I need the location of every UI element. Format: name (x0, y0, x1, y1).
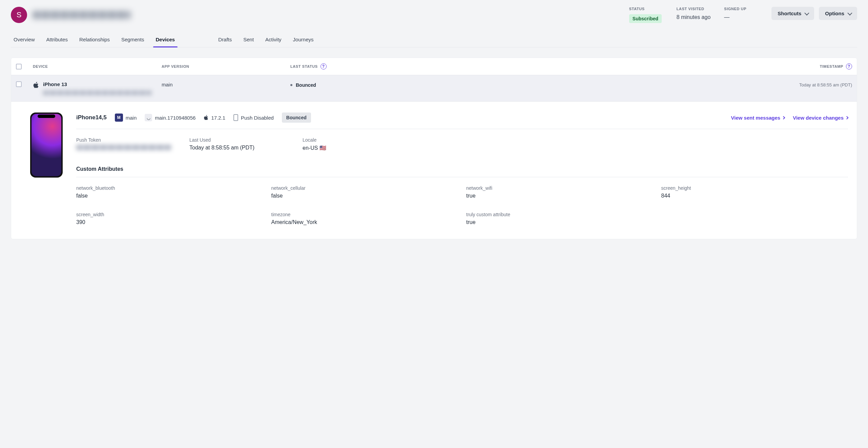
attr-network-bluetooth-label: network_bluetooth (76, 185, 263, 191)
push-status: Push Disabled (241, 115, 274, 121)
device-row[interactable]: iPhone 13 main Bounced Today at 8:58:55 … (11, 75, 857, 101)
table-header: DEVICE APP VERSION LAST STATUS ? TIMESTA… (11, 58, 857, 75)
attr-network-wifi-label: network_wifi (466, 185, 653, 191)
last-used-label: Last Used (189, 137, 294, 143)
attr-network-bluetooth-value: false (76, 193, 263, 199)
shortcuts-button[interactable]: Shortcuts (771, 7, 814, 20)
app-name: main (126, 115, 137, 121)
bounced-badge: Bounced (282, 113, 311, 123)
options-button-label: Options (825, 11, 844, 16)
device-name: iPhone 13 (43, 81, 151, 87)
view-sent-messages-link[interactable]: View sent messages (731, 115, 785, 121)
attr-screen-height-label: screen_height (661, 185, 848, 191)
chevron-down-icon (847, 11, 852, 15)
tab-segments[interactable]: Segments (121, 33, 144, 47)
row-timestamp: Today at 8:58:55 am (PDT) (774, 81, 852, 87)
attr-network-cellular-label: network_cellular (271, 185, 458, 191)
last-visited-value: 8 minutes ago (677, 14, 711, 20)
attr-network-cellular-value: false (271, 193, 458, 199)
tab-relationships[interactable]: Relationships (79, 33, 110, 47)
locale-text: en-US (303, 145, 318, 151)
shortcuts-button-label: Shortcuts (778, 11, 801, 16)
row-checkbox[interactable] (16, 81, 22, 87)
apple-icon (204, 115, 208, 120)
push-token-label: Push Token (76, 137, 181, 143)
tab-bar: Overview Attributes Relationships Segmen… (11, 33, 857, 47)
help-icon[interactable]: ? (846, 63, 852, 69)
flag-icon: 🇺🇸 (319, 145, 326, 151)
status-label: STATUS (629, 7, 663, 11)
attr-truly-custom-value: true (466, 219, 653, 225)
page-header: S STATUS Subscribed LAST VISITED 8 minut… (11, 7, 857, 23)
custom-attributes-heading: Custom Attributes (76, 166, 848, 177)
build-icon: ◡ (145, 114, 152, 121)
column-device: DEVICE (33, 64, 162, 68)
signed-up-label: SIGNED UP (724, 7, 758, 11)
chevron-right-icon (782, 116, 785, 119)
last-visited-label: LAST VISITED (677, 7, 711, 11)
attr-timezone-value: America/New_York (271, 219, 458, 225)
view-sent-messages-label: View sent messages (731, 115, 781, 121)
attr-screen-width-label: screen_width (76, 212, 263, 217)
attr-screen-width-value: 390 (76, 219, 263, 225)
last-used-value: Today at 8:58:55 am (PDT) (189, 145, 294, 151)
attr-truly-custom-label: truly custom attribute (466, 212, 653, 217)
attr-timezone-label: timezone (271, 212, 458, 217)
locale-label: Locale (303, 137, 848, 143)
build-name: main.1710948056 (155, 115, 195, 121)
chevron-right-icon (845, 116, 849, 119)
app-badge-icon: M (115, 114, 123, 122)
column-app-version: APP VERSION (162, 64, 290, 68)
avatar: S (11, 7, 27, 23)
tab-activity[interactable]: Activity (265, 33, 282, 47)
help-icon[interactable]: ? (321, 63, 327, 69)
options-button[interactable]: Options (819, 7, 857, 20)
column-timestamp: TIMESTAMP (820, 64, 843, 68)
view-device-changes-label: View device changes (793, 115, 844, 121)
attr-network-wifi-value: true (466, 193, 653, 199)
devices-panel: DEVICE APP VERSION LAST STATUS ? TIMESTA… (11, 58, 857, 239)
signed-up-value: — (724, 14, 758, 20)
push-token-redacted (76, 145, 171, 150)
device-model: iPhone14,5 (76, 114, 107, 121)
status-dot-icon (290, 84, 292, 86)
tab-sent[interactable]: Sent (243, 33, 254, 47)
chevron-down-icon (805, 11, 809, 15)
tab-journeys[interactable]: Journeys (293, 33, 314, 47)
status-badge: Subscribed (629, 14, 662, 23)
device-icon (233, 114, 238, 121)
os-version: 17.2.1 (211, 115, 225, 121)
device-id-redacted (43, 90, 151, 95)
tab-overview[interactable]: Overview (14, 33, 35, 47)
column-last-status: LAST STATUS (290, 64, 318, 68)
tab-drafts[interactable]: Drafts (218, 33, 232, 47)
view-device-changes-link[interactable]: View device changes (793, 115, 848, 121)
attr-screen-height-value: 844 (661, 193, 848, 199)
customer-name-redacted (33, 11, 131, 19)
device-detail: iPhone14,5 M main ◡ main.1710948056 17.2… (11, 101, 857, 239)
row-app-version: main (162, 81, 290, 87)
tab-attributes[interactable]: Attributes (46, 33, 68, 47)
phone-illustration (30, 113, 63, 178)
apple-icon (33, 82, 39, 88)
tab-devices[interactable]: Devices (156, 33, 175, 47)
locale-value: en-US 🇺🇸 (303, 145, 848, 151)
row-status: Bounced (296, 82, 316, 88)
select-all-checkbox[interactable] (16, 64, 22, 69)
